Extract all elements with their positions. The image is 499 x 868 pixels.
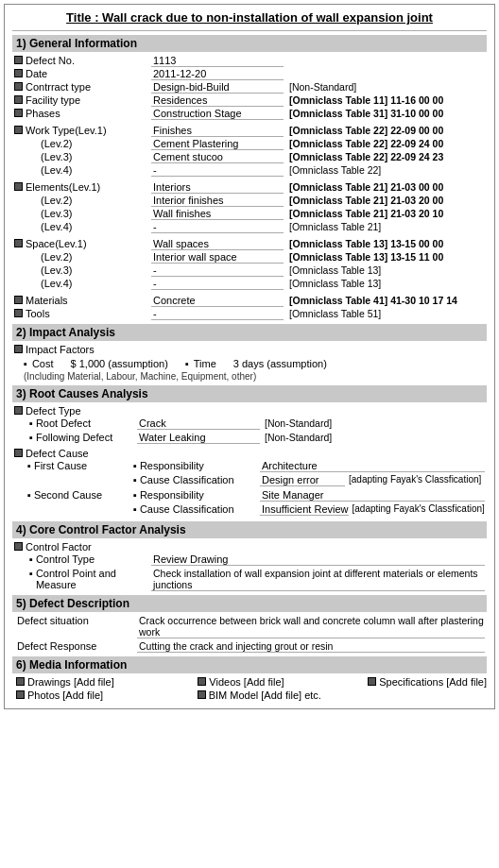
row-defect-type-header: Defect Type xyxy=(12,405,487,417)
sq-icon xyxy=(198,690,206,699)
control-type-label: Control Type xyxy=(36,553,95,565)
tools-value: - xyxy=(151,308,284,320)
row-work2: (Lev.2) Cement Plastering [Omniclass Tab… xyxy=(12,138,487,150)
sq-icon xyxy=(198,677,206,686)
defect-situation-value: Crack occurrence between brick wall and … xyxy=(137,615,485,638)
sq-icon xyxy=(368,677,376,686)
media-specs[interactable]: Specifications [Add file] xyxy=(368,676,487,688)
work4-value: - xyxy=(151,164,284,177)
row-materials: Materials Concrete [Omniclass Table 41] … xyxy=(12,295,487,307)
following-defect-value: Water Leaking xyxy=(137,432,260,444)
impact-note: (Including Material, Labour, Machine, Eq… xyxy=(12,371,487,382)
sq-icon xyxy=(14,542,23,551)
row-space4: (Lev.4) - [Omniclass Table 13] xyxy=(12,278,487,290)
elem4-value: - xyxy=(151,221,284,233)
work2-value: Cement Plastering xyxy=(151,138,284,150)
videos-label[interactable]: Videos [Add file] xyxy=(209,676,284,688)
defect-response-label: Defect Response xyxy=(17,640,96,652)
phases-omni: [Omniclass Table 31] 31-10 00 00 xyxy=(284,108,485,119)
row-cause-class1: ▪ Cause Classification Design error [ada… xyxy=(128,474,485,486)
row-space1: Space(Lev.1) Wall spaces [Omniclass Tabl… xyxy=(12,238,487,250)
space1-value: Wall spaces xyxy=(151,238,284,250)
row-cause-class2: ▪ Cause Classification Insufficient Revi… xyxy=(128,503,485,516)
row-elem2: (Lev.2) Interior finishes [Omniclass Tab… xyxy=(12,195,487,207)
media-drawings[interactable]: Drawings [Add file] xyxy=(16,676,114,688)
following-defect-label: Following Defect xyxy=(36,432,112,443)
main-page: Title : Wall crack due to non-installati… xyxy=(4,4,495,709)
sq-icon xyxy=(14,82,23,91)
time-value: 3 days (assumption) xyxy=(233,358,327,369)
sq-icon xyxy=(14,449,23,457)
bullet-icon: ▪ xyxy=(27,460,31,471)
media-photos[interactable]: Photos [Add file] xyxy=(16,689,103,701)
bullet-icon: ▪ xyxy=(27,489,31,501)
bullet-icon: ▪ xyxy=(29,432,33,443)
row-defect-situation: Defect situation Crack occurrence betwee… xyxy=(12,615,487,638)
contract-omni: [Non-Standard] xyxy=(284,81,485,93)
bim-label[interactable]: BIM Model [Add file] etc. xyxy=(209,689,321,701)
section-general: 1) General Information xyxy=(12,35,487,52)
bullet-icon: ▪ xyxy=(29,553,33,565)
row-date: Date 2011-12-20 xyxy=(12,68,487,80)
root-defect-label: Root Defect xyxy=(36,417,91,429)
impact-cost: ▪ Cost xyxy=(24,358,54,369)
materials-value: Concrete xyxy=(151,295,284,307)
row-resp1: ▪ Responsibility Architecture xyxy=(128,460,485,472)
row-phases: Phases Construction Stage [Omniclass Tab… xyxy=(12,108,487,120)
media-videos[interactable]: Videos [Add file] xyxy=(198,676,284,688)
phases-label: Phases xyxy=(26,108,60,119)
row-control-type: ▪ Control Type Review Drawing xyxy=(12,553,487,566)
row-defect-no: Defect No. 1113 xyxy=(12,55,487,67)
control-point-value: Check installation of wall expansion joi… xyxy=(151,568,485,591)
date-label: Date xyxy=(26,68,47,79)
row-first-cause-label: ▪ First Cause ▪ Responsibility Architect… xyxy=(12,460,487,488)
work3-value: Cement stucoo xyxy=(151,151,284,163)
first-cause-label: First Cause xyxy=(34,460,87,471)
bullet-icon: ▪ xyxy=(133,474,137,485)
facility-label: Facility type xyxy=(26,94,80,106)
root-defect-omni: [Non-Standard] xyxy=(260,417,485,429)
photos-label[interactable]: Photos [Add file] xyxy=(27,689,103,701)
sq-icon xyxy=(14,109,23,117)
cost-value: $ 1,000 (assumption) xyxy=(71,358,168,369)
row-tools: Tools - [Omniclass Table 51] xyxy=(12,308,487,320)
bullet-icon: ▪ xyxy=(29,417,33,429)
impact-time-value: 3 days (assumption) xyxy=(233,358,327,369)
space1-label: Space(Lev.1) xyxy=(26,238,87,249)
section-media: 6) Media Information xyxy=(12,656,487,673)
section-root: 3) Root Causes Analysis xyxy=(12,385,487,402)
impact-cost-value: $ 1,000 (assumption) xyxy=(71,358,168,369)
row-root-defect: ▪ Root Defect Crack [Non-Standard] xyxy=(12,417,487,430)
cause-class2-omni: [adapting Fayak's Classfication] xyxy=(349,503,485,514)
second-cause-label: Second Cause xyxy=(34,489,102,501)
sq-icon xyxy=(16,677,25,686)
media-bim[interactable]: BIM Model [Add file] etc. xyxy=(198,689,321,701)
cause-class1-omni: [adapting Fayak's Classfication] xyxy=(345,474,485,485)
elem2-value: Interior finishes xyxy=(151,195,284,207)
facility-omni: [Omniclass Table 11] 11-16 00 00 xyxy=(284,94,485,106)
elem1-label: Elements(Lev.1) xyxy=(26,181,100,193)
specs-label[interactable]: Specifications [Add file] xyxy=(379,676,487,688)
bullet-icon: ▪ xyxy=(133,489,137,501)
following-defect-omni: [Non-Standard] xyxy=(260,432,485,443)
defect-no-value: 1113 xyxy=(151,55,284,67)
row-work1: Work Type(Lev.1) Finishes [Omniclass Tab… xyxy=(12,125,487,137)
row-contract: Contrract type Design-bid-Build [Non-Sta… xyxy=(12,81,487,94)
facility-value: Residences xyxy=(151,94,284,107)
contract-label: Contrract type xyxy=(26,81,91,93)
control-factor-label: Control Factor xyxy=(26,541,92,553)
drawings-label[interactable]: Drawings [Add file] xyxy=(27,676,114,688)
section-control: 4) Core Control Factor Analysis xyxy=(12,521,487,538)
resp2-label: Responsibility xyxy=(140,489,204,501)
section-impact: 2) Impact Analysis xyxy=(12,324,487,341)
phases-value: Construction Stage xyxy=(151,108,284,120)
elem1-value: Interiors xyxy=(151,181,284,194)
bullet-icon: ▪ xyxy=(133,460,137,471)
media-row1: Drawings [Add file] Videos [Add file] Sp… xyxy=(12,676,487,688)
tools-label: Tools xyxy=(26,308,50,319)
resp1-value: Architecture xyxy=(260,460,485,472)
row-facility: Facility type Residences [Omniclass Tabl… xyxy=(12,94,487,107)
control-point-label: Control Point and Measure xyxy=(36,568,151,590)
defect-situation-label: Defect situation xyxy=(17,615,89,626)
row-control-point: ▪ Control Point and Measure Check instal… xyxy=(12,568,487,591)
